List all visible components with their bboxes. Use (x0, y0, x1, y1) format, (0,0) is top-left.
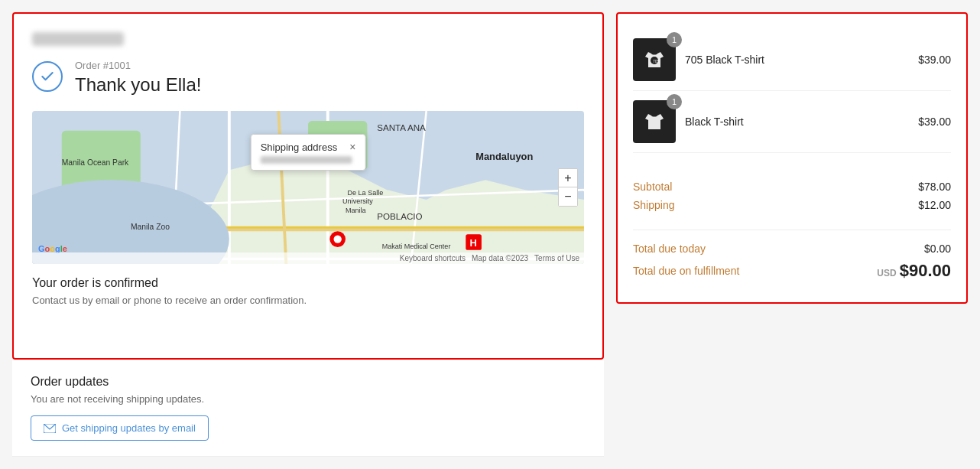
item-1-name: 705 Black T-shirt (685, 54, 909, 66)
subtotal-label: Subtotal (633, 181, 672, 193)
svg-text:SANTA ANA: SANTA ANA (377, 122, 426, 132)
order-summary-panel: 705 1 705 Black T-shirt $39.00 (616, 12, 968, 304)
map-tooltip: Shipping address × (251, 134, 366, 171)
confirmation-heading: Your order is confirmed (32, 276, 584, 290)
item-2-price: $39.00 (918, 116, 951, 128)
order-header: Order #1001 Thank you Ella! (32, 60, 584, 96)
svg-text:Mandaluyon: Mandaluyon (475, 151, 533, 162)
tshirt-logo-icon: 705 (642, 47, 667, 72)
item-1-details: 705 Black T-shirt (685, 54, 909, 66)
item-2-details: Black T-shirt (685, 116, 909, 128)
pricing-section: Subtotal $78.00 Shipping $12.00 (633, 168, 951, 230)
order-updates-card: Order updates You are not receiving ship… (12, 360, 604, 457)
total-section: Total due today $0.00 Total due on fulfi… (633, 243, 951, 281)
order-items-list: 705 1 705 Black T-shirt $39.00 (633, 29, 951, 153)
total-today-label: Total due today (633, 243, 706, 255)
order-item-1: 705 1 705 Black T-shirt $39.00 (633, 29, 951, 91)
zoom-in-button[interactable]: + (559, 169, 577, 187)
zoom-out-button[interactable]: − (559, 187, 577, 206)
svg-text:Makati Medical Center: Makati Medical Center (382, 243, 451, 250)
store-logo (32, 32, 124, 46)
order-updates-description: You are not receiving shipping updates. (31, 393, 586, 405)
total-fulfillment-row: Total due on fulfillment USD$90.00 (633, 261, 951, 281)
svg-text:Manila Ocean Park: Manila Ocean Park (62, 158, 129, 167)
subtotal-value: $78.00 (918, 181, 951, 193)
item-2-name: Black T-shirt (685, 116, 909, 128)
item-1-price: $39.00 (918, 54, 951, 66)
svg-text:Manila: Manila (346, 207, 367, 214)
check-circle-icon (32, 61, 63, 92)
email-icon (44, 424, 56, 433)
svg-text:De La Salle: De La Salle (348, 189, 384, 197)
subtotal-row: Subtotal $78.00 (633, 181, 951, 193)
map-footer: Keyboard shortcuts Map data ©2023 Terms … (32, 252, 584, 264)
order-updates-heading: Order updates (31, 375, 586, 389)
order-confirmation-card: Order #1001 Thank you Ella! (12, 12, 604, 360)
order-item-2: 1 Black T-shirt $39.00 (633, 91, 951, 153)
tooltip-title-text: Shipping address (261, 142, 337, 153)
total-today-row: Total due today $0.00 (633, 243, 951, 255)
item-2-badge: 1 (667, 94, 682, 109)
item-2-image-wrap: 1 (633, 100, 676, 143)
map-shortcuts: Keyboard shortcuts (400, 254, 466, 262)
map-data: Map data ©2023 (472, 254, 528, 262)
currency-label: USD (877, 268, 896, 278)
confirmation-description: Contact us by email or phone to receive … (32, 295, 584, 306)
item-1-badge: 1 (667, 32, 682, 47)
shipping-value: $12.00 (918, 199, 951, 211)
email-button-label: Get shipping updates by email (62, 422, 196, 434)
total-fulfillment-label: Total due on fulfillment (633, 265, 739, 277)
svg-point-26 (334, 235, 342, 243)
svg-text:POBLACIO: POBLACIO (377, 211, 422, 221)
total-fulfillment-value: USD$90.00 (877, 261, 951, 281)
svg-text:University: University (342, 197, 373, 205)
order-info: Order #1001 Thank you Ella! (75, 60, 201, 96)
thank-you-heading: Thank you Ella! (75, 74, 201, 96)
svg-text:H: H (469, 237, 476, 249)
shipping-row: Shipping $12.00 (633, 199, 951, 211)
map-zoom-controls: + − (558, 168, 578, 207)
fulfillment-amount: $90.00 (900, 261, 951, 280)
shipping-label: Shipping (633, 199, 675, 211)
total-today-value: $0.00 (924, 243, 951, 255)
order-number: Order #1001 (75, 60, 201, 71)
map-container: Manila Ocean Park Paco Park SANTA ANA Ma… (32, 111, 584, 264)
tooltip-close-button[interactable]: × (349, 141, 355, 153)
svg-text:705: 705 (653, 59, 660, 64)
map-terms: Terms of Use (534, 254, 579, 262)
get-shipping-updates-button[interactable]: Get shipping updates by email (31, 415, 209, 441)
item-1-image-wrap: 705 1 (633, 38, 676, 81)
svg-text:Manila Zoo: Manila Zoo (131, 223, 170, 231)
confirmation-text: Your order is confirmed Contact us by em… (32, 276, 584, 306)
tooltip-address (261, 156, 352, 164)
tshirt-plain-icon (642, 109, 667, 134)
